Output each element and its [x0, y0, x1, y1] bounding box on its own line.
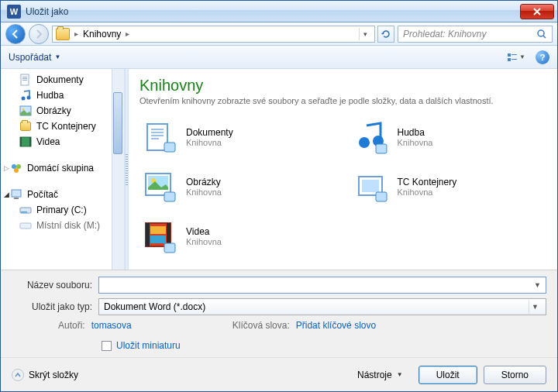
sidebar-item-drive-c[interactable]: Primary (C:)	[1, 202, 124, 218]
close-button[interactable]	[520, 4, 554, 19]
collapse-icon[interactable]: ◢	[4, 191, 9, 198]
svg-rect-1	[508, 53, 511, 57]
svg-point-17	[16, 164, 21, 169]
view-options-button[interactable]: ▼	[505, 50, 528, 65]
navigation-bar: ▸ Knihovny ▸ ▾ Prohledat: Knihovny	[1, 22, 557, 46]
page-subtitle: Otevřením knihovny zobrazte své soubory …	[140, 96, 546, 105]
library-item-documents[interactable]: DokumentyKnihovna	[140, 116, 336, 158]
sidebar-item-tc[interactable]: TC Kontejnery	[1, 119, 124, 134]
svg-point-10	[27, 96, 31, 100]
sidebar-item-homegroup[interactable]: ▷ Domácí skupina	[1, 160, 124, 176]
folder-icon	[19, 120, 32, 132]
authors-label: Autoři:	[58, 320, 85, 331]
sidebar-label: Obrázky	[36, 105, 71, 116]
library-kind: Knihovna	[186, 237, 222, 246]
svg-rect-25	[151, 129, 164, 130]
breadcrumb-separator: ▸	[73, 29, 80, 38]
body: Dokumenty Hudba Obrázky TC Kontejnery Vi…	[1, 69, 557, 270]
svg-rect-15	[29, 137, 31, 146]
splitter[interactable]	[125, 69, 129, 270]
svg-rect-28	[151, 138, 159, 139]
chevron-down-icon[interactable]: ▼	[529, 300, 541, 314]
chevron-up-icon	[12, 369, 24, 381]
library-item-tc[interactable]: TC KontejneryKnihovna	[351, 166, 547, 208]
sidebar-item-computer[interactable]: ◢ Počítač	[1, 187, 124, 202]
save-thumbnail-label[interactable]: Uložit miniaturu	[116, 340, 181, 351]
sidebar-item-music[interactable]: Hudba	[1, 88, 124, 103]
documents-icon	[143, 119, 178, 155]
library-item-pictures[interactable]: ObrázkyKnihovna	[140, 166, 336, 208]
forward-button[interactable]	[29, 24, 49, 44]
sidebar-item-drive-m[interactable]: Místní disk (M:)	[1, 218, 124, 233]
refresh-button[interactable]	[377, 26, 394, 43]
filename-input[interactable]: ▼	[98, 277, 546, 294]
address-bar[interactable]: ▸ Knihovny ▸ ▾	[52, 26, 375, 43]
sidebar-item-videos[interactable]: Videa	[1, 134, 124, 150]
sidebar-label: Počítač	[27, 189, 58, 200]
libraries-icon	[56, 28, 70, 40]
authors-value[interactable]: tomasova	[91, 320, 132, 331]
save-button[interactable]: Uložit	[418, 366, 477, 384]
svg-rect-38	[362, 180, 379, 192]
breadcrumb-item[interactable]: Knihovny	[83, 29, 121, 40]
tools-menu[interactable]: Nástroje ▼	[357, 370, 403, 380]
view-icon	[507, 52, 518, 63]
library-grid: DokumentyKnihovna HudbaKnihovna ObrázkyK…	[140, 116, 546, 257]
computer-icon	[10, 188, 22, 201]
chevron-down-icon: ▼	[54, 53, 60, 60]
arrow-right-icon	[33, 29, 44, 40]
sidebar-item-documents[interactable]: Dokumenty	[1, 72, 124, 88]
videos-icon	[143, 218, 178, 254]
music-icon	[354, 119, 390, 155]
svg-rect-43	[150, 226, 166, 234]
refresh-icon	[381, 29, 391, 40]
filetype-select[interactable]: Dokument Word (*.docx) ▼	[98, 298, 546, 315]
svg-rect-41	[146, 223, 150, 246]
expand-icon[interactable]: ▷	[4, 164, 9, 172]
cancel-button[interactable]: Storno	[484, 366, 546, 384]
sidebar-item-pictures[interactable]: Obrázky	[1, 103, 124, 119]
titlebar[interactable]: W Uložit jako	[1, 1, 557, 22]
sidebar-label: TC Kontejnery	[36, 121, 96, 132]
sidebar-scrollbar[interactable]	[112, 69, 124, 270]
svg-rect-8	[22, 80, 27, 81]
library-item-videos[interactable]: VideaKnihovna	[140, 215, 336, 257]
chevron-down-icon[interactable]: ▼	[534, 281, 541, 289]
svg-rect-23	[20, 223, 31, 229]
search-input[interactable]: Prohledat: Knihovny	[398, 26, 553, 43]
toolbar: Uspořádat ▼ ▼ ?	[1, 46, 557, 69]
svg-point-18	[14, 168, 19, 173]
navigation-tree[interactable]: Dokumenty Hudba Obrázky TC Kontejnery Vi…	[1, 69, 125, 270]
hide-folders-button[interactable]: Skrýt složky	[12, 369, 351, 381]
sidebar-label: Videa	[36, 136, 60, 147]
drive-icon	[19, 204, 32, 216]
library-kind: Knihovna	[186, 187, 222, 197]
window-title: Uložit jako	[26, 6, 520, 17]
homegroup-icon	[10, 162, 22, 174]
scroll-thumb[interactable]	[113, 92, 122, 154]
tags-value[interactable]: Přidat klíčové slovo	[296, 320, 376, 331]
main-pane[interactable]: Knihovny Otevřením knihovny zobrazte své…	[129, 69, 557, 270]
hide-folders-label: Skrýt složky	[29, 370, 78, 380]
library-name: Hudba	[398, 127, 433, 138]
back-button[interactable]	[5, 24, 26, 44]
filetype-value: Dokument Word (*.docx)	[104, 301, 205, 312]
address-dropdown[interactable]: ▾	[359, 28, 371, 40]
organize-menu[interactable]: Uspořádat ▼	[9, 52, 60, 63]
svg-rect-19	[12, 190, 21, 197]
library-name: Videa	[186, 226, 222, 237]
svg-rect-26	[151, 132, 164, 133]
sidebar-label: Dokumenty	[36, 74, 84, 85]
svg-rect-44	[150, 236, 166, 243]
help-button[interactable]: ?	[536, 50, 549, 64]
save-thumbnail-checkbox[interactable]	[102, 341, 112, 351]
library-item-music[interactable]: HudbaKnihovna	[351, 116, 547, 158]
image-icon	[19, 105, 32, 117]
svg-rect-2	[512, 54, 517, 55]
svg-point-30	[359, 137, 370, 148]
save-as-dialog: W Uložit jako ▸ Knihovny ▸ ▾ Prohledat: …	[0, 0, 558, 392]
document-icon	[19, 74, 32, 86]
svg-rect-4	[512, 59, 517, 60]
svg-rect-39	[376, 192, 387, 201]
music-icon	[19, 89, 32, 101]
